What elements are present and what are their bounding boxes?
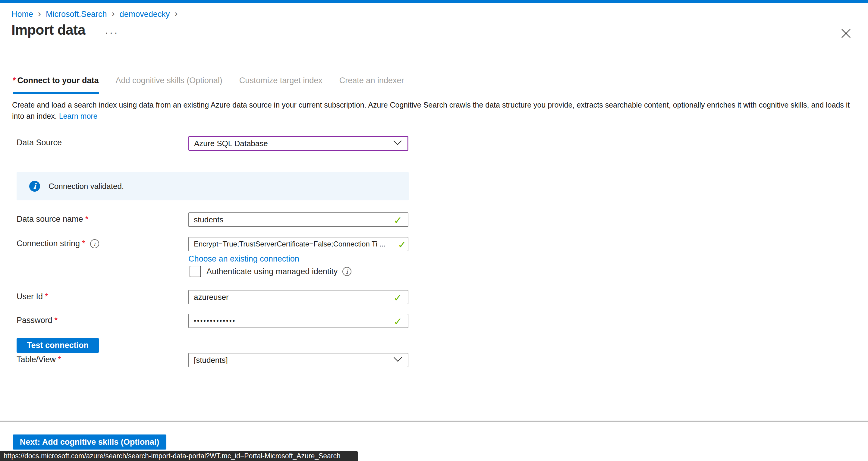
user-id-label: User Id * [17,292,48,301]
required-asterisk: * [85,215,89,224]
data-source-name-label: Data source name * [17,215,88,224]
breadcrumb-home[interactable]: Home [11,10,33,19]
breadcrumb-demovedecky[interactable]: demovedecky [120,10,170,19]
breadcrumb: Home › Microsoft.Search › demovedecky › [11,9,178,19]
breadcrumb-separator-icon: › [112,8,115,19]
choose-existing-connection-link[interactable]: Choose an existing connection [188,254,299,264]
data-source-dropdown[interactable]: Azure SQL Database [188,136,408,151]
valid-check-icon: ✓ [394,214,402,226]
connection-string-input[interactable] [188,237,408,251]
learn-more-link[interactable]: Learn more [59,112,98,120]
managed-identity-label: Authenticate using managed identity [207,267,338,276]
azure-top-bar [0,0,868,3]
connection-string-label: Connection string * i [17,239,99,248]
next-add-cognitive-skills-button[interactable]: Next: Add cognitive skills (Optional) [13,434,166,450]
managed-identity-checkbox[interactable] [190,266,201,277]
banner-text: Connection validated. [49,182,124,191]
valid-check-icon: ✓ [398,239,407,251]
intro-text: Create and load a search index using dat… [12,99,861,122]
password-label: Password * [17,316,58,325]
required-asterisk: * [58,355,61,364]
close-icon[interactable] [840,27,852,40]
table-view-dropdown[interactable]: [students] [188,353,408,367]
required-asterisk: * [13,76,16,85]
user-id-input[interactable] [188,290,408,304]
managed-identity-row: Authenticate using managed identity i [190,266,351,277]
data-source-name-input[interactable] [188,212,408,227]
data-source-label: Data Source [17,138,62,147]
password-input[interactable] [188,314,408,328]
more-actions-icon[interactable]: ··· [105,27,119,38]
breadcrumb-separator-icon: › [175,8,178,19]
tab-customize-target-index[interactable]: Customize target index [239,76,322,94]
connection-validated-banner: i Connection validated. [17,172,409,201]
table-view-value: [students] [194,356,228,365]
footer-divider [0,421,868,422]
required-asterisk: * [82,239,85,248]
data-source-value: Azure SQL Database [194,139,268,148]
chevron-down-icon [393,140,402,147]
valid-check-icon: ✓ [394,315,402,328]
valid-check-icon: ✓ [394,292,402,304]
table-view-label: Table/View * [17,355,61,364]
info-icon[interactable]: i [342,267,351,276]
required-asterisk: * [45,292,48,301]
breadcrumb-microsoft-search[interactable]: Microsoft.Search [46,10,107,19]
chevron-down-icon [393,357,402,363]
required-asterisk: * [55,316,58,325]
tab-connect-to-your-data[interactable]: *Connect to your data [13,76,99,94]
wizard-tabs: *Connect to your data Add cognitive skil… [13,76,404,94]
info-icon: i [29,181,40,192]
tab-add-cognitive-skills[interactable]: Add cognitive skills (Optional) [116,76,222,94]
page-title: Import data [11,22,85,38]
test-connection-button[interactable]: Test connection [17,338,99,353]
info-icon[interactable]: i [90,239,99,248]
link-preview-status-bar: https://docs.microsoft.com/azure/search/… [0,451,358,461]
breadcrumb-separator-icon: › [38,8,41,19]
tab-create-an-indexer[interactable]: Create an indexer [339,76,404,94]
